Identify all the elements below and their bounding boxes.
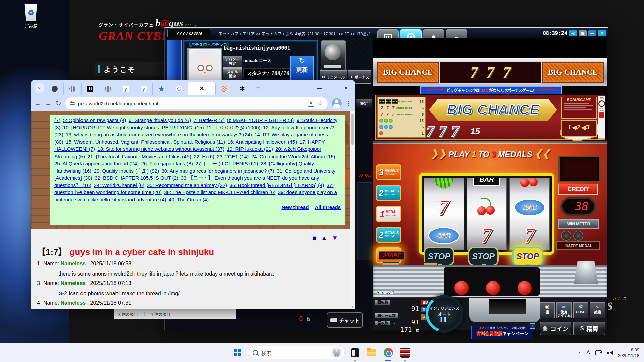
menu-kebab-icon[interactable]: ⋮ <box>346 100 352 107</box>
thread-link[interactable]: 15: Wisdom, Unhoused, Vagrant, Philosoph… <box>66 139 225 145</box>
browser-tab-1[interactable] <box>46 83 63 95</box>
down-triangle-icon[interactable]: ▼ <box>332 234 339 241</box>
thread-link[interactable]: 7: Battle-R (7) <box>193 117 224 123</box>
thread-link[interactable]: 22: Hi (6) <box>194 154 214 159</box>
scrollbar[interactable]: ▼ <box>350 111 355 309</box>
thread-link[interactable]: 18: Site for sharing niche websites with… <box>97 146 224 152</box>
thread-link[interactable]: 24: Creating the World2ch Album (16) <box>251 154 335 159</box>
browser-tab-3[interactable]: B <box>81 83 99 95</box>
recycle-bin[interactable]: ♻ ごみ箱 <box>15 4 47 29</box>
window-mode-icon[interactable]: ▣ <box>579 30 587 36</box>
thread-link[interactable]: 40: The Organ (4) <box>169 197 209 202</box>
translate-icon[interactable]: A <box>308 100 314 107</box>
forward-icon[interactable]: → <box>45 100 52 107</box>
scroll-down-icon[interactable]: ▼ <box>351 305 354 308</box>
avatar-settings-button[interactable]: アバター設定 <box>223 56 242 68</box>
maximize-button[interactable] <box>331 85 335 89</box>
minimize-button[interactable]: — <box>588 30 596 36</box>
browser-tab-10[interactable] <box>215 83 233 95</box>
new-thread-link[interactable]: New thread <box>281 204 309 210</box>
taskbar-game-app[interactable] <box>398 346 412 359</box>
chat-button[interactable]: チャット <box>327 312 363 328</box>
thread-link[interactable]: 27: ( ´ー`) LOL PENIS (61) <box>195 161 258 166</box>
avatar[interactable] <box>187 48 222 84</box>
coin-button[interactable]: ◉コイン <box>540 322 571 335</box>
resize-button[interactable]: ⇔拡縮 <box>590 302 605 318</box>
thread-link[interactable]: 35: Recommend me an animay (32) <box>147 182 227 188</box>
stop-button-center[interactable]: STOP <box>468 247 499 266</box>
taskbar-chrome[interactable] <box>382 346 395 359</box>
browser-tab-5[interactable]: y <box>117 83 135 95</box>
thread-link[interactable]: 36: Book thread [READING] [LEARNS] (4) <box>229 182 324 188</box>
thread-link[interactable]: 13: why is being an asshole normalized e… <box>66 132 252 137</box>
webcam-panel[interactable] <box>321 40 346 70</box>
taskbar-app-dark[interactable] <box>348 346 362 359</box>
thread-link[interactable]: 30: Any manga recs for beginners in japa… <box>161 168 274 174</box>
thread-link[interactable]: 19: RIP fukuoka (21) <box>227 146 273 152</box>
thread-link[interactable]: 5: Opinions on raw pasta (4) <box>63 117 126 123</box>
thread-link[interactable]: 25: Al-Qaeda appreciation thread (24) <box>54 161 139 166</box>
thread-link[interactable]: 21: [Theatrical] Favorite Movies and Fil… <box>87 154 191 159</box>
browser-tab-2[interactable] <box>63 83 81 95</box>
kiwami-button[interactable]: ◉極 <box>540 302 555 318</box>
settle-button[interactable]: $精算 <box>573 322 605 335</box>
square-icon[interactable]: ■ <box>313 234 318 241</box>
scrollbar-thumb[interactable] <box>351 114 354 145</box>
url-text[interactable]: piza.world2ch.net/lounge/index.html <box>78 101 158 106</box>
back-icon[interactable]: ← <box>34 100 41 107</box>
close-button[interactable]: ✕ <box>344 85 348 91</box>
ime-mode-indicator[interactable]: A <box>586 350 590 356</box>
address-bar[interactable]: piza.world2ch.net/lounge/index.html A ☆ <box>65 97 328 109</box>
browser-tab-4[interactable] <box>99 83 117 95</box>
thread-link[interactable]: 23: 2GET (14) <box>217 154 249 159</box>
up-triangle-icon[interactable]: ▲ <box>321 234 329 241</box>
thread-link[interactable]: 8: MAKE YOUR FIGHTER (3) <box>227 117 294 123</box>
profile-avatar-icon[interactable] <box>332 98 342 108</box>
browser-tab-6[interactable]: y <box>135 83 152 95</box>
sound-icon[interactable]: ◄) <box>569 30 577 36</box>
thread-link[interactable]: 6: Strange rituals you do (6) <box>129 117 191 123</box>
browser-tab-11[interactable]: ✻ <box>233 83 251 95</box>
settings-button[interactable]: 設定 <box>356 99 372 108</box>
thread-link[interactable]: 32: BSD CHAPTER 105.5 IS OUT (2) <box>95 175 178 181</box>
reload-icon[interactable]: ↻ <box>56 99 61 107</box>
taskbar-search[interactable]: 検索 <box>248 346 345 359</box>
thread-link[interactable]: 38: The Epstein list and MK-ULTRAed chil… <box>164 189 275 195</box>
quote-link[interactable]: ≫2 <box>58 291 67 296</box>
red-button-1[interactable] <box>453 280 470 296</box>
thread-link[interactable]: 10: [HORROR] ITT We right spooky stories… <box>63 125 204 130</box>
skill-settings-button[interactable]: スキル設定 <box>223 68 242 80</box>
minimize-button[interactable]: — <box>317 85 322 91</box>
red-button-3[interactable] <box>516 280 533 296</box>
start-button[interactable] <box>231 346 244 359</box>
use-item-button[interactable]: ▣使用アイテム <box>556 302 572 318</box>
thread-link[interactable]: 26: Fake japan fans (8) <box>141 161 193 166</box>
browser-tab-active[interactable]: ✕ <box>188 82 215 95</box>
taskbar-file-explorer[interactable] <box>365 346 378 359</box>
tab-search-chevron-icon[interactable]: ∨ <box>34 83 44 93</box>
new-tab-button[interactable]: + <box>253 83 263 93</box>
thread-link[interactable]: 11: １０００キタ (1000) <box>206 125 260 130</box>
ad-banner[interactable]: スマスロ 東京リベンジャーズ導入記念! 有料会員登録キャンペーン x <box>471 326 533 339</box>
intelligence-auto-dial[interactable]: インテリジェンス オート ▌▌ <box>426 295 463 333</box>
speaker-muted-icon[interactable]: × <box>607 350 612 355</box>
browser-tab-8[interactable]: G <box>170 83 188 95</box>
browser-tab-7[interactable]: ★ <box>152 83 170 95</box>
thread-link[interactable]: 16: Anticipating Halloween (45) <box>227 139 297 145</box>
cast-icon[interactable] <box>595 350 602 355</box>
push-button[interactable]: ⚙PUSH <box>573 302 588 318</box>
taskbar-clock[interactable]: 8:39 2025/11/18 <box>618 347 639 358</box>
close-button[interactable]: ✕ <box>598 30 606 36</box>
tray-chevron-icon[interactable]: ∧ <box>578 350 581 355</box>
stop-button-right[interactable]: STOP <box>512 247 543 266</box>
thread-link[interactable]: (7) <box>54 117 60 123</box>
site-info-icon[interactable] <box>70 101 75 105</box>
thread-link[interactable]: 29: Quality Insults (｀Д´) (92) <box>94 168 159 174</box>
red-button-2[interactable] <box>485 280 501 296</box>
all-threads-link[interactable]: All threads <box>315 204 341 210</box>
coin-handle[interactable] <box>570 261 602 284</box>
refresh-button[interactable]: ↻ 更新 <box>290 56 314 81</box>
bookmark-star-icon[interactable]: ☆ <box>318 100 323 107</box>
ad-close-icon[interactable]: x <box>530 323 535 329</box>
thread-link[interactable]: 34: World2Channel (6) <box>94 182 145 188</box>
